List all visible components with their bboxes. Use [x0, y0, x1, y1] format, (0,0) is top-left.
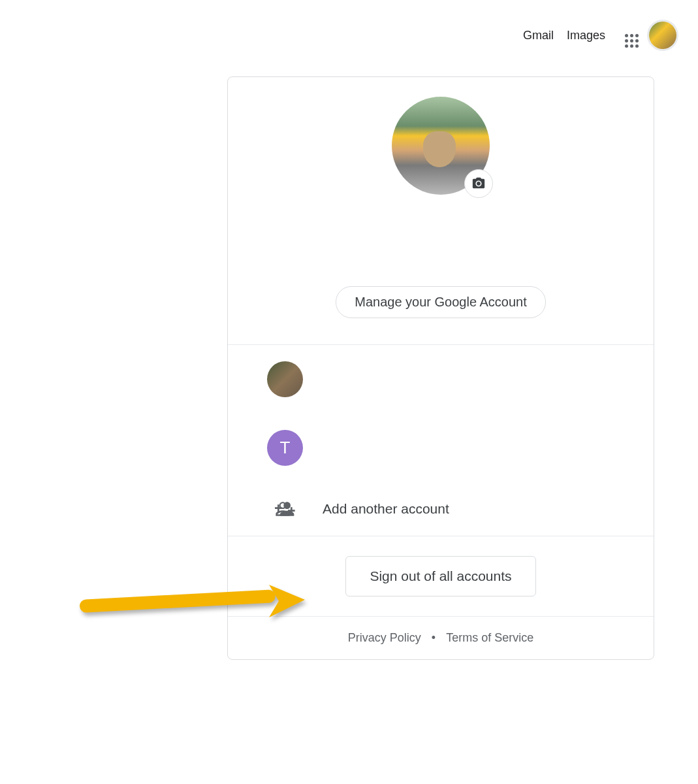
terms-of-service-link[interactable]: Terms of Service	[446, 631, 533, 645]
google-apps-icon[interactable]	[618, 27, 634, 43]
account-row[interactable]	[228, 345, 654, 414]
manage-account-button[interactable]: Manage your Google Account	[336, 286, 546, 318]
account-menu-card: Manage your Google Account T Add another…	[227, 76, 654, 660]
accounts-list: T Add another account	[228, 345, 654, 536]
svg-rect-0	[79, 589, 276, 613]
gmail-link[interactable]: Gmail	[523, 29, 554, 42]
header-avatar[interactable]	[647, 20, 678, 51]
account-avatar	[267, 361, 303, 397]
account-row[interactable]: T	[228, 414, 654, 482]
images-link[interactable]: Images	[567, 29, 605, 42]
annotation-arrow	[73, 581, 308, 634]
account-card-top: Manage your Google Account	[228, 77, 654, 345]
header-nav: Gmail Images	[523, 20, 678, 51]
add-account-row[interactable]: Add another account	[228, 482, 654, 536]
separator-dot: •	[432, 631, 436, 645]
change-photo-button[interactable]	[464, 169, 493, 198]
add-account-label: Add another account	[323, 501, 449, 517]
svg-marker-1	[269, 585, 305, 617]
signout-all-button[interactable]: Sign out of all accounts	[345, 556, 535, 596]
privacy-policy-link[interactable]: Privacy Policy	[348, 631, 421, 645]
add-account-icon-wrap	[267, 498, 303, 519]
account-avatar: T	[267, 430, 303, 466]
main-avatar-wrap	[392, 97, 490, 195]
camera-icon	[471, 176, 486, 191]
person-add-icon	[275, 498, 296, 519]
